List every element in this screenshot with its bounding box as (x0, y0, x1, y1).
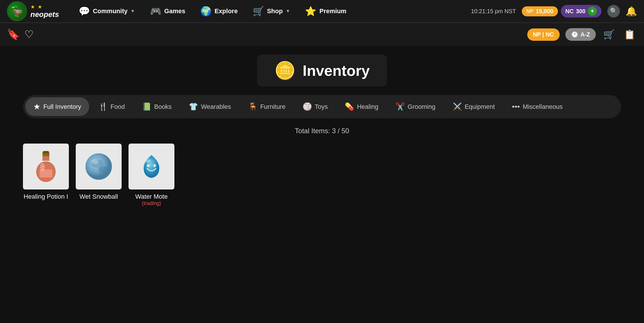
games-label: Games (164, 7, 185, 15)
sort-az-label: A-Z (581, 31, 590, 38)
item-grid: Healing Potion I (23, 144, 621, 206)
nav-shop[interactable]: 🛒 Shop ▼ (247, 3, 296, 20)
full-inventory-star-icon: ★ (33, 102, 40, 111)
sub-nav-right: NP | NC 🕐 A-Z 🛒 📋 (527, 27, 637, 42)
np-amount: 15,000 (536, 8, 553, 15)
chest-icon: 🪙 (274, 60, 296, 81)
navbar: 🦆 ★ ★ neopets 💬 Community ▼ 🎮 Games 🌍 Ex… (0, 0, 644, 23)
miscellaneous-icon: ••• (512, 102, 520, 111)
nc-amount: 300 (576, 8, 585, 15)
tab-grooming[interactable]: ✂️ Grooming (388, 98, 443, 116)
svg-rect-1 (43, 151, 49, 153)
tab-equipment[interactable]: ⚔️ Equipment (445, 98, 503, 116)
nav-right: 10:21:15 pm NST NP 15,000 NC 300 + 🔍 🔔 (471, 5, 637, 18)
nav-community[interactable]: 💬 Community ▼ (73, 3, 141, 20)
category-tabs: ★ Full Inventory 🍴 Food 📗 Books 👕 Wearab… (23, 95, 621, 118)
community-icon: 💬 (79, 6, 90, 17)
tab-toys[interactable]: 🏐 Toys (295, 98, 336, 116)
svg-point-12 (92, 159, 98, 164)
np-label: NP (526, 8, 534, 14)
sort-history-icon: 🕐 (571, 31, 578, 38)
tab-equipment-label: Equipment (465, 103, 495, 111)
svg-rect-5 (42, 156, 49, 161)
total-items-label: Total Items: 3 / 50 (23, 127, 621, 135)
tab-full-inventory-label: Full Inventory (43, 103, 81, 111)
svg-point-13 (147, 164, 150, 167)
item-water-mote[interactable]: Water Mote (trading) (129, 144, 174, 206)
explore-label: Explore (215, 7, 238, 15)
heart-icon[interactable]: ♡ (24, 28, 34, 40)
svg-rect-6 (40, 169, 52, 177)
logo-name: neopets (30, 10, 59, 19)
currency-bar: NP 15,000 NC 300 + (522, 5, 602, 18)
community-chevron-icon: ▼ (131, 9, 135, 14)
tab-furniture[interactable]: 🪑 Furniture (240, 98, 293, 116)
bookmark-icon[interactable]: 🔖 (7, 28, 20, 40)
clipboard-icon[interactable]: 📋 (622, 27, 637, 42)
tab-toys-label: Toys (315, 103, 328, 111)
item-healing-potion[interactable]: Healing Potion I (23, 144, 69, 206)
nav-premium[interactable]: ⭐ Premium (299, 3, 352, 20)
add-nc-button[interactable]: + (588, 7, 597, 16)
inventory-header: 🪙 Inventory (23, 55, 621, 86)
nav-games[interactable]: 🎮 Games (144, 3, 191, 20)
sort-np-nc-button[interactable]: NP | NC (527, 28, 560, 41)
furniture-icon: 🪑 (248, 102, 257, 111)
tab-food[interactable]: 🍴 Food (90, 98, 133, 116)
logo-stars: ★ ★ (30, 4, 59, 10)
nav-items: 💬 Community ▼ 🎮 Games 🌍 Explore 🛒 Shop ▼… (73, 3, 471, 20)
food-icon: 🍴 (98, 102, 108, 111)
nav-time: 10:21:15 pm NST (471, 8, 516, 15)
cart-icon[interactable]: 🛒 (602, 27, 616, 42)
shop-label: Shop (267, 7, 283, 15)
inventory-title: Inventory (303, 62, 370, 79)
tab-full-inventory[interactable]: ★ Full Inventory (25, 97, 89, 116)
inventory-title-box: 🪙 Inventory (257, 55, 387, 86)
nc-currency[interactable]: NC 300 + (561, 5, 602, 18)
water-mote-status: (trading) (142, 200, 161, 206)
premium-label: Premium (319, 7, 346, 15)
tab-wearables-label: Wearables (201, 103, 231, 111)
premium-icon: ⭐ (305, 6, 316, 17)
healing-potion-image (23, 144, 69, 189)
sort-az-button[interactable]: 🕐 A-Z (565, 28, 596, 41)
nav-explore[interactable]: 🌍 Explore (194, 3, 244, 20)
logo[interactable]: 🦆 ★ ★ neopets (7, 1, 59, 21)
books-icon: 📗 (142, 102, 151, 111)
shop-icon: 🛒 (253, 6, 264, 17)
shop-chevron-icon: ▼ (286, 9, 290, 14)
logo-text: ★ ★ neopets (30, 4, 59, 19)
games-icon: 🎮 (150, 6, 162, 17)
sub-navbar: 🔖 ♡ NP | NC 🕐 A-Z 🛒 📋 (0, 23, 644, 46)
tab-healing-label: Healing (357, 103, 378, 111)
tab-grooming-label: Grooming (408, 103, 435, 111)
tab-healing[interactable]: 💊 Healing (337, 98, 386, 116)
water-mote-image (129, 144, 174, 189)
tab-books-label: Books (154, 103, 172, 111)
grooming-icon: ✂️ (396, 102, 405, 111)
svg-point-14 (153, 164, 156, 167)
logo-circle: 🦆 (7, 1, 27, 21)
tab-food-label: Food (110, 103, 125, 111)
equipment-icon: ⚔️ (453, 102, 462, 111)
tab-books[interactable]: 📗 Books (134, 98, 180, 116)
community-label: Community (93, 7, 128, 15)
nc-label: NC (565, 8, 574, 15)
search-icon[interactable]: 🔍 (607, 5, 620, 18)
np-currency[interactable]: NP 15,000 (522, 6, 558, 16)
tab-miscellaneous-label: Miscellaneous (523, 103, 563, 111)
healing-icon: 💊 (345, 102, 354, 111)
sort-np-nc-label: NP | NC (533, 31, 554, 38)
tab-furniture-label: Furniture (260, 103, 285, 111)
tab-miscellaneous[interactable]: ••• Miscellaneous (504, 98, 571, 116)
svg-point-10 (98, 166, 108, 173)
tab-wearables[interactable]: 👕 Wearables (181, 98, 239, 116)
wearables-icon: 👕 (189, 102, 198, 111)
wet-snowball-image (76, 144, 122, 189)
item-wet-snowball[interactable]: Wet Snowball (76, 144, 122, 206)
main-content: 🪙 Inventory ★ Full Inventory 🍴 Food 📗 Bo… (0, 46, 644, 215)
healing-potion-name: Healing Potion I (24, 193, 68, 200)
bell-icon[interactable]: 🔔 (626, 6, 637, 17)
wet-snowball-name: Wet Snowball (79, 193, 118, 200)
water-mote-name: Water Mote (135, 193, 168, 200)
